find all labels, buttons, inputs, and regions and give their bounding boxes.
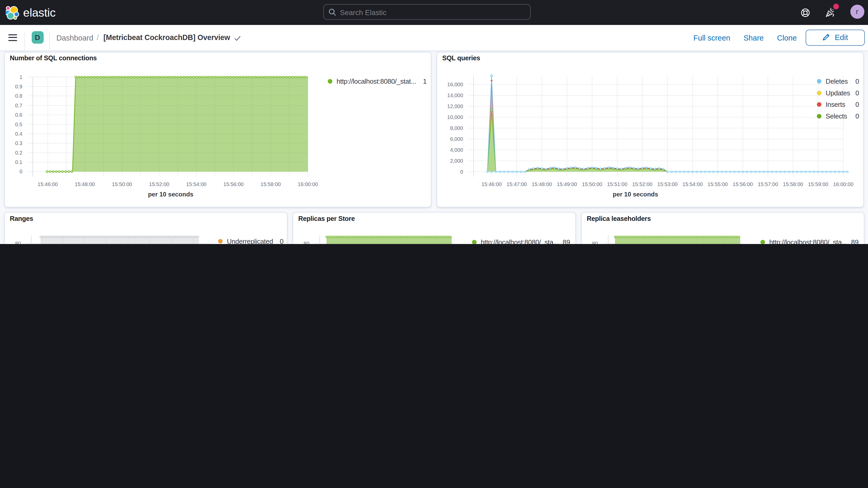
- svg-text:15:52:00: 15:52:00: [149, 181, 169, 187]
- svg-text:2,000: 2,000: [450, 158, 463, 163]
- svg-text:89: 89: [563, 238, 570, 244]
- svg-text:http://localhost:8080/_sta...: http://localhost:8080/_sta...: [481, 238, 558, 244]
- svg-text:15:48:00: 15:48:00: [532, 181, 552, 187]
- svg-text:15:49:00: 15:49:00: [557, 181, 577, 187]
- svg-text:15:59:00: 15:59:00: [808, 181, 828, 187]
- svg-text:0.2: 0.2: [15, 150, 22, 155]
- svg-text:0.4: 0.4: [15, 131, 22, 136]
- svg-text:15:53:00: 15:53:00: [657, 181, 678, 187]
- svg-text:15:54:00: 15:54:00: [186, 181, 207, 187]
- svg-text:15:52:00: 15:52:00: [632, 181, 653, 187]
- svg-text:80: 80: [15, 241, 21, 244]
- svg-text:Inserts: Inserts: [826, 100, 845, 108]
- svg-text:15:50:00: 15:50:00: [112, 181, 132, 187]
- svg-text:16,000: 16,000: [447, 81, 463, 87]
- svg-text:0.1: 0.1: [15, 159, 22, 165]
- svg-text:http://localhost:8080/_stat...: http://localhost:8080/_stat...: [337, 77, 416, 85]
- svg-text:15:50:00: 15:50:00: [582, 181, 602, 187]
- svg-text:15:57:00: 15:57:00: [758, 181, 778, 187]
- svg-text:10,000: 10,000: [447, 114, 463, 120]
- svg-text:12,000: 12,000: [447, 103, 463, 109]
- svg-text:15:58:00: 15:58:00: [783, 181, 803, 187]
- svg-text:per 10 seconds: per 10 seconds: [148, 190, 193, 197]
- svg-text:15:56:00: 15:56:00: [223, 181, 244, 187]
- svg-text:0.6: 0.6: [15, 112, 22, 118]
- svg-text:Updates: Updates: [826, 89, 850, 97]
- svg-text:15:54:00: 15:54:00: [682, 181, 703, 187]
- svg-text:8,000: 8,000: [450, 125, 463, 131]
- svg-text:0.9: 0.9: [15, 84, 22, 89]
- svg-text:15:55:00: 15:55:00: [708, 181, 728, 187]
- svg-text:89: 89: [851, 238, 859, 244]
- svg-text:15:56:00: 15:56:00: [733, 181, 753, 187]
- svg-text:1: 1: [423, 77, 427, 85]
- svg-text:Selects: Selects: [826, 112, 847, 120]
- svg-text:15:46:00: 15:46:00: [482, 181, 502, 187]
- svg-text:15:51:00: 15:51:00: [607, 181, 627, 187]
- svg-text:6,000: 6,000: [450, 136, 463, 142]
- svg-text:0: 0: [460, 169, 463, 174]
- svg-text:16:00:00: 16:00:00: [298, 181, 318, 187]
- svg-text:80: 80: [592, 241, 598, 244]
- svg-text:0.3: 0.3: [15, 140, 22, 146]
- svg-text:0: 0: [856, 77, 859, 85]
- svg-text:1: 1: [20, 74, 22, 80]
- svg-text:0: 0: [856, 112, 859, 120]
- svg-text:http://localhost:8080/_sta...: http://localhost:8080/_sta...: [769, 238, 847, 244]
- svg-text:0: 0: [20, 169, 22, 174]
- svg-text:0.8: 0.8: [15, 93, 22, 98]
- svg-text:16:00:00: 16:00:00: [833, 181, 854, 187]
- svg-text:15:47:00: 15:47:00: [506, 181, 527, 187]
- svg-text:Deletes: Deletes: [826, 77, 848, 85]
- svg-text:0.5: 0.5: [15, 121, 22, 127]
- svg-text:Underreplicated: Underreplicated: [227, 238, 273, 244]
- svg-text:80: 80: [304, 241, 309, 244]
- svg-text:15:46:00: 15:46:00: [38, 181, 58, 187]
- svg-text:per 10 seconds: per 10 seconds: [613, 190, 658, 197]
- svg-text:15:58:00: 15:58:00: [261, 181, 281, 187]
- svg-text:0.7: 0.7: [15, 102, 22, 108]
- svg-text:0: 0: [856, 100, 859, 108]
- svg-text:14,000: 14,000: [447, 92, 463, 98]
- svg-text:0: 0: [856, 89, 859, 97]
- svg-text:15:48:00: 15:48:00: [75, 181, 95, 187]
- svg-text:4,000: 4,000: [450, 147, 463, 153]
- svg-text:0: 0: [280, 238, 283, 244]
